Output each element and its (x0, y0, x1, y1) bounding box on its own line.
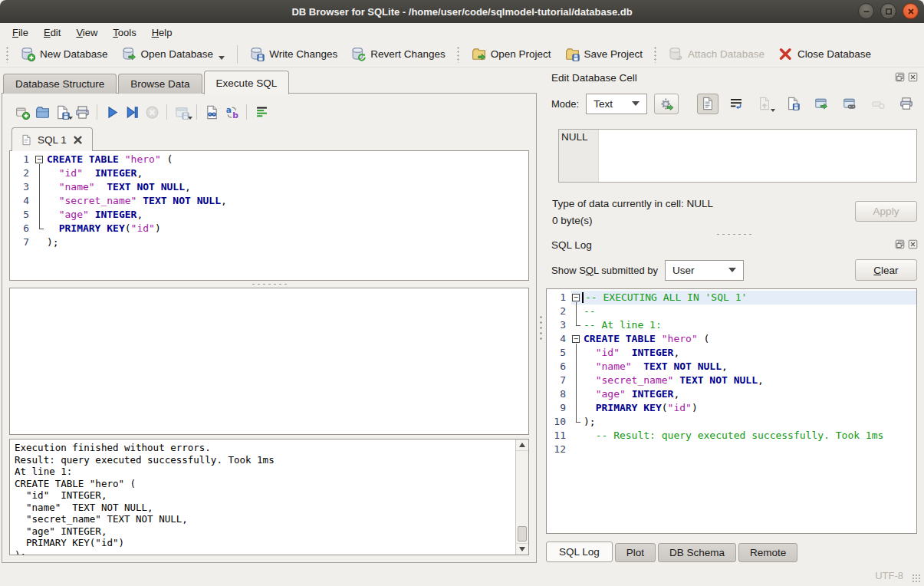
import-data-icon[interactable] (754, 94, 775, 114)
fold-marker (571, 318, 582, 332)
horizontal-splitter[interactable] (9, 281, 529, 288)
resize-grip[interactable] (912, 574, 922, 584)
menu-tools[interactable]: Tools (105, 25, 143, 41)
dock-tab-db-schema[interactable]: DB Schema (658, 543, 736, 562)
new-database-button[interactable]: New Database (14, 44, 115, 64)
save-sql-file-icon[interactable] (52, 102, 72, 122)
open-project-button[interactable]: Open Project (465, 44, 558, 64)
dock-tab-plot[interactable]: Plot (615, 543, 656, 562)
line-number: 7 (547, 374, 571, 387)
execute-all-icon[interactable] (102, 102, 122, 122)
save-project-button[interactable]: Save Project (558, 44, 650, 64)
print-icon[interactable] (72, 102, 92, 122)
menu-file[interactable]: File (5, 25, 36, 41)
replace-icon[interactable]: ab (222, 102, 242, 122)
right-horizontal-splitter[interactable] (543, 231, 924, 238)
scroll-thumb[interactable] (518, 526, 527, 542)
sql-log-view[interactable]: 1−-- EXECUTING ALL IN 'SQL 1'2--3-- At l… (546, 288, 917, 534)
word-wrap-icon[interactable] (725, 94, 747, 114)
close-panel-icon[interactable] (908, 72, 918, 82)
code-line: 5 "id" INTEGER, (547, 346, 916, 360)
apply-button[interactable]: Apply (855, 201, 917, 222)
dock-tab-sql-log[interactable]: SQL Log (546, 542, 613, 562)
revert-changes-button[interactable]: Revert Changes (344, 44, 452, 64)
new-sql-tab-icon[interactable] (12, 102, 32, 122)
close-button[interactable] (903, 3, 919, 19)
database-revert-icon (351, 47, 366, 61)
link-external-icon[interactable] (839, 94, 860, 114)
line-number: 6 (547, 360, 571, 374)
fold-marker[interactable]: − (571, 332, 582, 346)
cell-type-info: Type of data currently in cell: NULL (552, 198, 713, 209)
tab-database-structure[interactable]: Database Structure (3, 74, 117, 94)
menu-edit[interactable]: Edit (36, 25, 68, 41)
set-null-icon[interactable] (867, 94, 889, 114)
fold-marker[interactable]: − (35, 153, 45, 166)
open-external-icon[interactable] (811, 94, 832, 114)
database-attach-icon (669, 47, 683, 61)
mode-label: Mode: (551, 98, 579, 110)
open-database-button[interactable]: Open Database (115, 44, 232, 64)
submitter-value: User (672, 265, 695, 276)
fold-marker[interactable]: − (571, 291, 582, 305)
fold-marker (571, 346, 582, 360)
format-icon[interactable] (252, 102, 271, 122)
toolbar-handle[interactable] (456, 46, 461, 63)
fold-marker (35, 166, 45, 180)
menu-help[interactable]: Help (144, 25, 180, 41)
open-sql-file-icon[interactable] (32, 102, 52, 122)
text-mode-icon[interactable] (697, 94, 718, 114)
write-changes-button[interactable]: Write Changes (243, 44, 344, 64)
scroll-down-icon[interactable] (516, 543, 528, 555)
toolbar-handle[interactable] (653, 46, 658, 63)
scroll-up-icon[interactable] (516, 440, 528, 451)
tab-browse-data[interactable]: Browse Data (118, 74, 202, 94)
close-tab-icon[interactable] (72, 134, 84, 146)
sql-tab-label: SQL 1 (38, 134, 67, 146)
close-database-button[interactable]: Close Database (771, 44, 878, 64)
toolbar-handle[interactable] (5, 46, 10, 63)
execute-sql-pane: ab SQL 1 1−CREATE TABLE "hero" (2 "id" I… (2, 93, 537, 563)
sql-log-title: SQL Log (551, 239, 592, 251)
submitter-combobox[interactable]: User (665, 260, 744, 281)
clear-button[interactable]: Clear (855, 259, 917, 281)
sql-editor[interactable]: 1−CREATE TABLE "hero" (2 "id" INTEGER,3 … (9, 150, 529, 281)
print-icon[interactable] (896, 94, 917, 114)
save-project-label: Save Project (584, 48, 643, 60)
tab-execute-sql[interactable]: Execute SQL (204, 71, 290, 94)
find-icon[interactable] (202, 102, 222, 122)
results-grid-panel (9, 288, 529, 435)
float-panel-icon[interactable] (895, 72, 905, 82)
execute-line-icon[interactable] (122, 102, 142, 122)
code-line: 6 PRIMARY KEY("id") (10, 222, 528, 235)
minimize-button[interactable] (858, 3, 874, 19)
dropdown-arrow-icon[interactable] (219, 56, 225, 60)
maximize-button[interactable] (880, 3, 896, 19)
code-line: 5 "age" INTEGER, (10, 208, 528, 222)
mode-value: Text (594, 98, 613, 110)
line-number: 4 (547, 332, 571, 346)
main-tabbar: Database StructureBrowse DataExecute SQL (3, 70, 291, 94)
dock-tab-remote[interactable]: Remote (738, 543, 797, 562)
fold-column (571, 429, 582, 443)
mode-combobox[interactable]: Text (586, 94, 647, 114)
toolbar-separator (237, 45, 238, 64)
export-data-icon[interactable] (782, 94, 804, 114)
stop-icon[interactable] (142, 102, 162, 122)
project-save-icon (565, 47, 580, 61)
fold-column (571, 443, 582, 456)
scrollbar[interactable] (515, 440, 528, 555)
attach-database-button[interactable]: Attach Database (662, 44, 771, 64)
cell-editor-box[interactable]: NULL (558, 129, 917, 183)
mode-gear-button[interactable] (654, 94, 679, 114)
sql-log-filter-row: Show SQL submitted by User Clear (551, 258, 917, 282)
code-line: 6 "name" TEXT NOT NULL, (547, 360, 916, 374)
fold-marker (35, 208, 45, 222)
sql-tab[interactable]: SQL 1 (12, 127, 93, 151)
code-line: 11 -- Result: query executed successfull… (547, 429, 916, 443)
menu-view[interactable]: View (68, 25, 105, 41)
float-panel-icon[interactable] (895, 239, 905, 249)
save-results-icon[interactable] (172, 102, 192, 122)
close-panel-icon[interactable] (908, 239, 918, 249)
code-line: 2 "id" INTEGER, (10, 166, 528, 180)
